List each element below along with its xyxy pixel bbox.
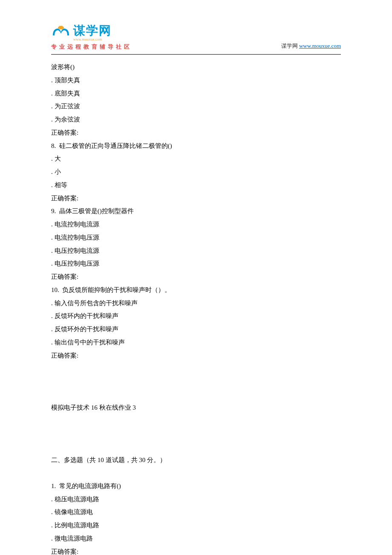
- section-title: 模拟电子技术 16 秋在线作业 3: [51, 401, 341, 414]
- logo-text-block: 谋学网 www.mouxue.com: [73, 25, 112, 41]
- text-line: . 反馈环内的干扰和噪声: [51, 309, 341, 323]
- page-header: 谋学网 www.mouxue.com 专业远程教育辅导社区 谋学网 www.mo…: [51, 25, 341, 51]
- text-line: . 顶部失真: [51, 74, 341, 87]
- text-line: . 电流控制电流源: [51, 218, 341, 231]
- logo-slogan: 专业远程教育辅导社区: [51, 43, 132, 51]
- logo-block: 谋学网 www.mouxue.com 专业远程教育辅导社区: [51, 25, 132, 51]
- logo-main-text: 谋学网: [73, 25, 112, 37]
- text-line: 正确答案:: [51, 545, 341, 555]
- text-line: . 小: [51, 165, 341, 179]
- text-line: 正确答案:: [51, 192, 341, 205]
- logo-sub-text: www.mouxue.com: [73, 38, 112, 41]
- text-line: 正确答案:: [51, 270, 341, 283]
- text-line: 正确答案:: [51, 126, 341, 139]
- text-line: . 微电流源电路: [51, 532, 341, 545]
- text-line: . 大: [51, 152, 341, 165]
- text-line: 10. 负反馈所能抑制的干扰和噪声时（）。: [51, 283, 341, 297]
- text-line: . 输入信号所包含的干扰和噪声: [51, 297, 341, 310]
- text-line: . 底部失真: [51, 87, 341, 100]
- spacer: [51, 362, 341, 401]
- text-line: . 为余弦波: [51, 113, 341, 126]
- logo-top: 谋学网 www.mouxue.com: [51, 25, 112, 41]
- site-label: 谋学网: [281, 43, 298, 49]
- text-line: 1. 常见的电流源电路有(): [51, 480, 341, 493]
- document-page: 谋学网 www.mouxue.com 专业远程教育辅导社区 谋学网 www.mo…: [0, 0, 392, 555]
- text-line: 9. 晶体三极管是()控制型器件: [51, 205, 341, 218]
- spacer: [51, 467, 341, 480]
- text-line: . 比例电流源电路: [51, 519, 341, 532]
- spacer: [51, 414, 341, 454]
- text-line: . 电流控制电压源: [51, 231, 341, 244]
- header-divider: [51, 54, 341, 55]
- text-line: 正确答案:: [51, 349, 341, 362]
- text-line: . 反馈环外的干扰和噪声: [51, 323, 341, 336]
- text-line: 波形将(): [51, 61, 341, 74]
- text-line: . 为正弦波: [51, 100, 341, 113]
- section-heading: 二、多选题（共 10 道试题，共 30 分。）: [51, 454, 341, 467]
- text-line: . 镜像电流源电: [51, 506, 341, 519]
- text-line: 8. 硅二极管的正向导通压降比锗二极管的(): [51, 139, 341, 153]
- text-line: . 输出信号中的干扰和噪声: [51, 336, 341, 349]
- text-line: . 稳压电流源电路: [51, 493, 341, 506]
- text-line: . 电压控制电压源: [51, 257, 341, 270]
- text-line: . 电压控制电流源: [51, 244, 341, 257]
- site-url-link[interactable]: www.mouxue.com: [299, 43, 341, 49]
- text-line: . 相等: [51, 179, 341, 192]
- logo-icon: [51, 25, 71, 41]
- document-content: 波形将() . 顶部失真 . 底部失真 . 为正弦波 . 为余弦波 正确答案: …: [51, 61, 341, 555]
- header-site-link: 谋学网 www.mouxue.com: [281, 42, 341, 51]
